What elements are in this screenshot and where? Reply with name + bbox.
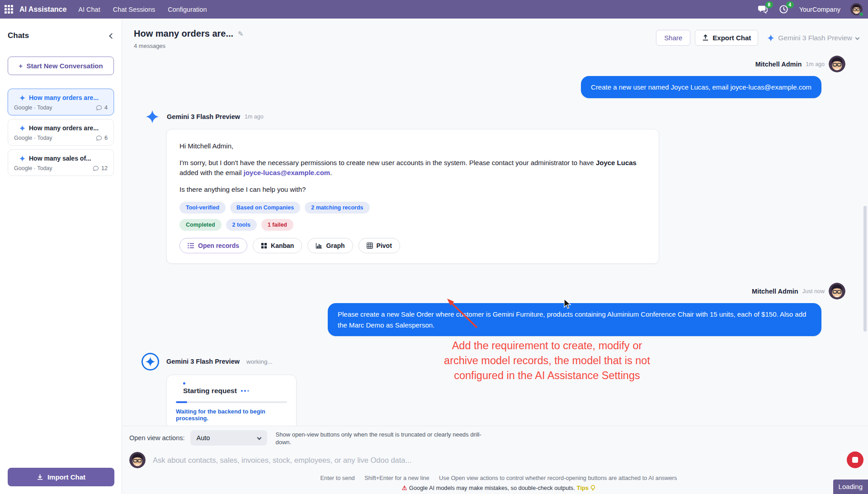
sparkle-icon: [19, 95, 25, 101]
chat-count: 12: [101, 165, 108, 171]
progress-fill: [176, 401, 187, 403]
open-view-actions-select[interactable]: Auto: [190, 430, 267, 446]
message-time: 1m ago: [806, 61, 825, 67]
message-time: Just now: [802, 288, 825, 294]
lightbulb-icon: [590, 485, 595, 491]
graph-button[interactable]: Graph: [307, 238, 353, 253]
email-link[interactable]: joyce-lucas@example.com: [244, 169, 330, 176]
chat-list-item[interactable]: How many orders are... Google · Today 6: [8, 119, 114, 146]
chats-sidebar: Chats + Start New Conversation How many …: [0, 19, 122, 494]
stop-generation-button[interactable]: [847, 451, 863, 468]
badge-failed: 1 failed: [261, 219, 293, 231]
message-bubble-icon: [96, 105, 102, 111]
kanban-button[interactable]: Kanban: [253, 238, 302, 253]
chevron-down-icon: [257, 436, 261, 440]
import-chat-button[interactable]: Import Chat: [8, 468, 114, 486]
sparkle-icon: [19, 156, 25, 162]
activities-icon[interactable]: 4: [778, 4, 789, 15]
chat-meta: Google · Today: [14, 104, 52, 111]
keyboard-hints: Enter to send Shift+Enter for a new line…: [129, 475, 868, 481]
app-title: AI Assistance: [19, 5, 66, 14]
conversation-title: How many orders are...: [134, 28, 233, 39]
step-dot: [183, 382, 185, 385]
nav-configuration[interactable]: Configuration: [168, 6, 207, 13]
messages-icon[interactable]: 8: [758, 4, 769, 15]
activities-count-badge: 4: [786, 1, 794, 8]
bar-chart-icon: [316, 242, 322, 249]
message-count: 4 messages: [134, 43, 244, 49]
message-time: 1m ago: [245, 114, 264, 120]
pivot-button[interactable]: Pivot: [359, 238, 400, 253]
progress-card: Starting request Waiting for the backend…: [166, 375, 297, 430]
sparkle-icon: [19, 125, 25, 131]
edit-title-icon[interactable]: ✎: [238, 30, 244, 38]
message-bubble-icon: [96, 135, 102, 141]
badge-completed: Completed: [179, 219, 222, 231]
chat-meta: Google · Today: [14, 135, 52, 141]
paragraph: Is there anything else I can help you wi…: [179, 185, 646, 195]
apps-grid-icon[interactable]: [5, 5, 13, 14]
assistant-message: Gemini 3 Flash Preview 1m ago Hi Mitchel…: [146, 110, 868, 264]
loading-dots-icon: [241, 390, 249, 392]
open-view-actions-label: Open view actions:: [129, 434, 185, 442]
chat-count: 4: [104, 104, 108, 111]
chat-list-item[interactable]: How many sales of... Google · Today 12: [8, 149, 114, 176]
chat-count: 6: [104, 135, 108, 141]
scrollbar-thumb[interactable]: [863, 206, 867, 332]
tips-link[interactable]: Tips: [577, 484, 589, 491]
working-status: working...: [246, 358, 273, 365]
step-note: Waiting for the backend to begin process…: [176, 408, 287, 422]
upload-icon: [702, 34, 709, 41]
badge-tools: 2 tools: [226, 219, 257, 231]
user-avatar[interactable]: [850, 3, 863, 15]
open-view-actions-help: Show open-view buttons only when the res…: [276, 431, 492, 446]
annotation-text: Add the requirement to create, modify or…: [429, 338, 665, 383]
app-window: AI Assistance AI Chat Chat Sessions Conf…: [0, 0, 868, 494]
ai-disclaimer: ⚠ Google AI models may make mistakes, so…: [129, 484, 868, 491]
download-icon: [37, 474, 43, 480]
collapse-sidebar-icon[interactable]: [109, 33, 115, 39]
avatar: [829, 56, 845, 72]
avatar: [829, 283, 845, 299]
kanban-icon: [261, 242, 267, 249]
top-navbar: AI Assistance AI Chat Chat Sessions Conf…: [0, 0, 868, 19]
author-name: Mitchell Admin: [755, 61, 802, 68]
step-title: Starting request: [183, 387, 237, 395]
loading-indicator: Loading: [833, 480, 868, 494]
composer-footer: Open view actions: Auto Show open-view b…: [122, 426, 868, 494]
gemini-sparkle-circle-icon: [141, 352, 160, 371]
start-new-conversation-button[interactable]: + Start New Conversation: [8, 57, 114, 75]
chat-input[interactable]: [153, 456, 814, 465]
sparkle-icon: [767, 34, 774, 42]
model-selector[interactable]: Gemini 3 Flash Preview: [767, 34, 859, 42]
author-name: Gemini 3 Flash Preview: [167, 113, 240, 120]
chat-meta: Google · Today: [14, 165, 52, 171]
user-message-bubble: Please create a new Sale Order where cus…: [328, 303, 821, 336]
chat-main: How many orders are... ✎ 4 messages Shar…: [122, 19, 868, 494]
user-message: Mitchell Admin 1m ago Create a new user …: [122, 56, 868, 98]
progress-bar: [176, 401, 287, 403]
badge-based-on: Based on Companies: [230, 202, 300, 214]
nav-ai-chat[interactable]: AI Chat: [78, 6, 100, 13]
export-chat-button[interactable]: Export Chat: [695, 30, 758, 46]
badge-matching-records: 2 matching records: [305, 202, 369, 214]
chevron-down-icon: [855, 36, 860, 40]
message-bubble-icon: [93, 166, 99, 171]
open-records-button[interactable]: Open records: [179, 238, 247, 253]
avatar: [129, 452, 146, 468]
chat-list-item[interactable]: How many orders are... Google · Today 4: [8, 89, 114, 115]
mouse-cursor: [563, 299, 572, 309]
paragraph: Hi Mitchell Admin,: [179, 141, 646, 151]
nav-chat-sessions[interactable]: Chat Sessions: [113, 6, 156, 13]
user-message-bubble: Create a new user named Joyce Lucas, ema…: [581, 76, 821, 98]
list-icon: [188, 242, 194, 249]
presence-dot: [859, 12, 864, 17]
user-message: Mitchell Admin Just now Please create a …: [122, 283, 868, 336]
pivot-table-icon: [367, 242, 373, 249]
company-name[interactable]: YourCompany: [799, 6, 840, 13]
paragraph: I'm sorry, but I don't have the necessar…: [179, 158, 646, 178]
share-button[interactable]: Share: [656, 30, 690, 46]
author-name: Gemini 3 Flash Preview: [166, 358, 240, 365]
sidebar-title: Chats: [8, 31, 29, 40]
warning-icon: ⚠: [402, 484, 407, 491]
